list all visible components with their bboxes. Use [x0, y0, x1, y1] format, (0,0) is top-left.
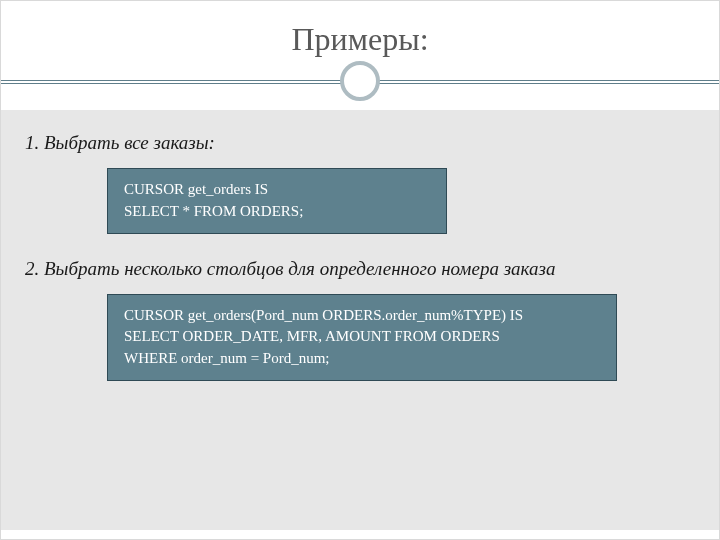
example-1-caption: 1. Выбрать все заказы: — [25, 132, 703, 154]
slide: Примеры: 1. Выбрать все заказы: CURSOR g… — [0, 0, 720, 540]
page-title: Примеры: — [1, 1, 719, 64]
title-divider — [1, 64, 719, 98]
example-1-code: CURSOR get_orders IS SELECT * FROM ORDER… — [107, 168, 447, 234]
example-2-caption: 2. Выбрать несколько столбцов для опреде… — [25, 258, 703, 280]
ring-ornament-icon — [340, 61, 380, 101]
example-2-code: CURSOR get_orders(Pord_num ORDERS.order_… — [107, 294, 617, 381]
content-panel: 1. Выбрать все заказы: CURSOR get_orders… — [1, 110, 719, 530]
